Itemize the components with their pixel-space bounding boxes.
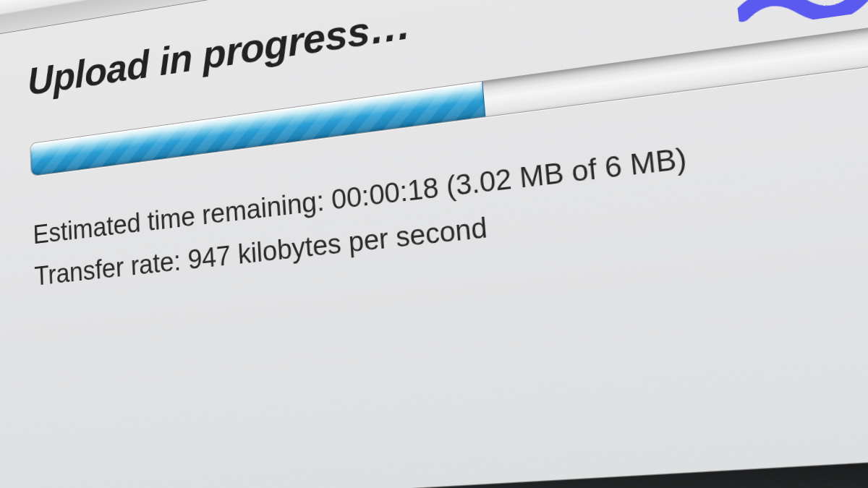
scene-background: Upload: 53% complete Upload in progress…… <box>0 0 868 488</box>
dialog-body: Upload in progress… Estimated time remai… <box>0 0 868 325</box>
progress-bar-fill <box>30 82 485 176</box>
upload-dialog: Upload: 53% complete Upload in progress…… <box>0 0 868 488</box>
